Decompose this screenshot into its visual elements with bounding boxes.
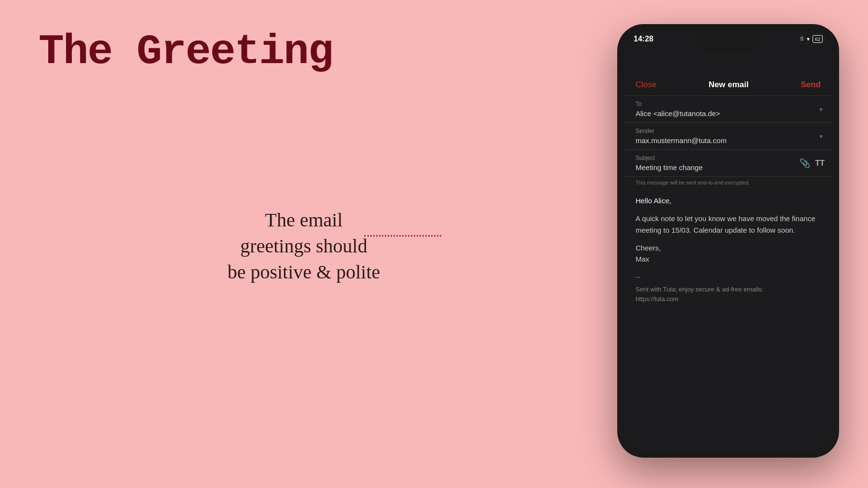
sender-field[interactable]: Sender max.mustermann@tuta.com ▾ <box>624 123 832 150</box>
attach-icon[interactable]: 📎 <box>800 158 810 169</box>
close-button[interactable]: Close <box>636 80 656 90</box>
signature-footer: Sent with Tuta; enjoy secure & ad-free e… <box>636 285 821 304</box>
phone-mockup: 14:28 ⠿ ▾ 62 Close New email Send To Ali… <box>617 24 839 458</box>
phone-outer-shell: 14:28 ⠿ ▾ 62 Close New email Send To Ali… <box>617 24 839 458</box>
sign-off-text: Cheers, <box>636 244 661 252</box>
status-time: 14:28 <box>634 35 653 43</box>
email-paragraph: A quick note to let you know we have mov… <box>636 213 821 236</box>
phone-screen: 14:28 ⠿ ▾ 62 Close New email Send To Ali… <box>624 31 832 451</box>
subject-value: Meeting time change <box>636 163 821 171</box>
dotted-line-connector <box>364 235 441 237</box>
encrypted-notice: This message will be sent end-to-end enc… <box>624 177 832 187</box>
format-text-icon[interactable]: TT <box>815 159 825 168</box>
sender-label: Sender <box>636 128 821 134</box>
subtitle-line2: greetings should <box>240 235 367 257</box>
subtitle-line1: The email <box>265 209 342 231</box>
subtitle-block: The email greetings should be positive &… <box>178 207 429 285</box>
to-field[interactable]: To Alice <alice@tutanota.de> ▾ <box>624 96 832 123</box>
page-title: The Greeting <box>39 29 376 76</box>
left-section: The Greeting <box>39 29 376 76</box>
subject-label: Subject <box>636 155 821 161</box>
sender-chevron-icon: ▾ <box>819 132 823 140</box>
status-icons: ⠿ ▾ 62 <box>800 35 823 43</box>
footer-line1: Sent with Tuta; enjoy secure & ad-free e… <box>636 286 763 293</box>
subject-toolbar: 📎 TT <box>800 158 825 169</box>
subtitle-line3: be positive & polite <box>228 261 380 283</box>
compose-title: New email <box>708 80 748 90</box>
battery-icon: 62 <box>813 35 823 43</box>
sign-name-text: Max <box>636 255 649 263</box>
wifi-icon: ▾ <box>807 36 810 43</box>
email-signoff: Cheers, Max <box>636 242 821 265</box>
to-label: To <box>636 101 821 107</box>
send-button[interactable]: Send <box>800 80 821 90</box>
email-body[interactable]: Hello Alice, A quick note to let you kno… <box>624 187 832 312</box>
subtitle-text: The email greetings should be positive &… <box>178 207 429 285</box>
dynamic-island <box>697 34 760 51</box>
sender-value: max.mustermann@tuta.com <box>636 136 821 145</box>
subject-field[interactable]: Subject Meeting time change 📎 TT <box>624 150 832 177</box>
footer-line2: https://tuta.com <box>636 295 678 303</box>
to-chevron-icon: ▾ <box>819 105 823 113</box>
email-greeting: Hello Alice, <box>636 195 821 206</box>
signal-icon: ⠿ <box>800 36 804 42</box>
to-value: Alice <alice@tutanota.de> <box>636 109 821 118</box>
email-compose-header: Close New email Send <box>624 72 832 96</box>
signature-separator: -- <box>636 271 821 282</box>
